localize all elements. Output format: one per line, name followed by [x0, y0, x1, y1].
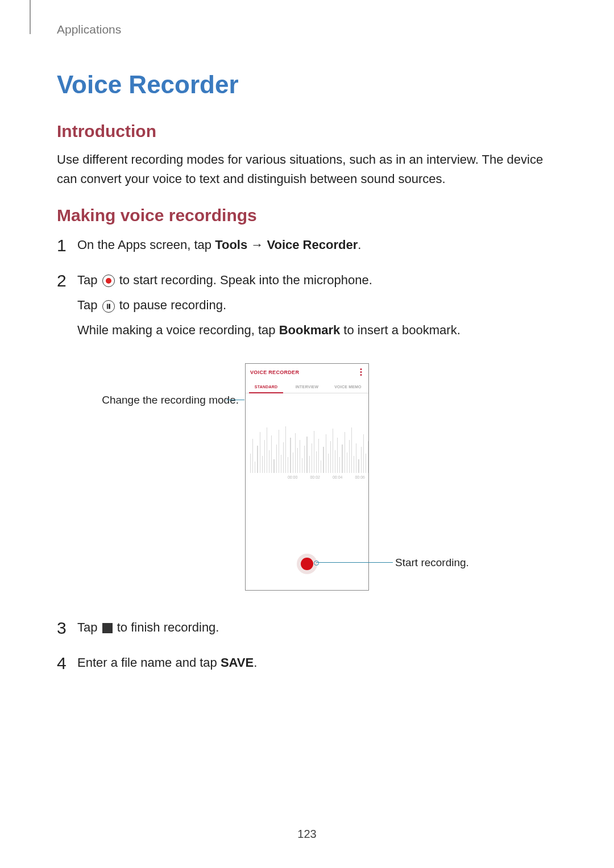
wave-bar [273, 459, 274, 473]
wave-bar [337, 438, 338, 473]
step-2-text-e: While making a voice recording, tap [77, 323, 279, 337]
step-1-bold-voice-recorder: Voice Recorder [267, 238, 358, 252]
wave-bar [269, 450, 269, 473]
wave-bar [276, 445, 277, 473]
wave-bar [312, 443, 312, 473]
record-icon [102, 275, 115, 287]
step-2-text-b: to start recording. Speak into the micro… [116, 273, 372, 287]
wave-bar [347, 452, 347, 473]
time-label: 00:04 [333, 475, 343, 479]
phone-screenshot: VOICE RECORDER STANDARD INTERVIEW VOICE … [245, 363, 369, 591]
wave-bar [255, 462, 255, 473]
wave-bar [318, 439, 319, 473]
step-2: 2 Tap to start recording. Speak into the… [57, 271, 557, 346]
wave-bar [295, 433, 296, 473]
wave-bar [306, 437, 307, 473]
step-3-text-a: Tap [77, 620, 101, 634]
wave-bar [250, 454, 251, 473]
wave-bar [345, 432, 345, 473]
wave-bar [314, 431, 314, 473]
tab-voice-memo[interactable]: VOICE MEMO [327, 381, 368, 393]
step-2-text-d: to pause recording. [116, 298, 226, 312]
more-icon[interactable] [358, 368, 364, 377]
wave-bar [309, 456, 310, 473]
wave-bar [363, 434, 364, 473]
step-4-text-a: Enter a file name and tap [77, 655, 221, 670]
wave-bar [252, 439, 253, 473]
step-2-bold-bookmark: Bookmark [279, 323, 341, 337]
wave-bar [260, 432, 260, 473]
step-4-number: 4 [57, 653, 77, 674]
step-4-text-c: . [254, 655, 257, 670]
waveform [246, 422, 368, 473]
wave-bar [262, 456, 263, 473]
step-2-text-a: Tap [77, 273, 101, 287]
wave-bar [279, 430, 279, 473]
time-label: 00:06 [355, 475, 365, 479]
wave-bar [358, 459, 359, 473]
wave-bar [304, 446, 305, 473]
wave-bar [297, 448, 298, 473]
section-label: Applications [57, 23, 557, 36]
step-1: 1 On the Apps screen, tap Tools → Voice … [57, 235, 557, 260]
stop-icon [102, 623, 113, 633]
wave-bar [354, 456, 354, 473]
wave-bar [271, 435, 272, 473]
step-2-number: 2 [57, 271, 77, 291]
step-2-text-g: to insert a bookmark. [340, 323, 460, 337]
wave-bar [368, 441, 368, 473]
wave-bar [257, 446, 258, 473]
wave-bar [302, 458, 302, 473]
wave-bar [339, 457, 340, 473]
wave-bar [267, 427, 267, 473]
wave-bar [290, 438, 291, 473]
callout-change-mode: Change the recording mode. [102, 394, 239, 406]
step-4: 4 Enter a file name and tap SAVE. [57, 653, 557, 678]
step-1-text-c: → [247, 238, 267, 252]
time-axis: 00:0000:0200:0400:06 [246, 473, 368, 479]
intro-body: Use different recording modes for variou… [57, 150, 557, 189]
tab-interview[interactable]: INTERVIEW [287, 381, 327, 393]
wave-bar [293, 452, 293, 473]
callout-left-line [226, 400, 244, 400]
wave-bar [342, 445, 342, 473]
page-title: Voice Recorder [57, 70, 557, 99]
callout-start-recording: Start recording. [395, 556, 469, 569]
wave-bar [330, 441, 331, 473]
figure: Change the recording mode. VOICE RECORDE… [57, 363, 557, 608]
wave-bar [326, 434, 326, 473]
page-number: 123 [0, 828, 614, 841]
phone-header-title: VOICE RECORDER [250, 369, 299, 375]
wave-bar [316, 451, 317, 473]
step-3-number: 3 [57, 618, 77, 638]
pause-icon [102, 300, 115, 313]
wave-bar [335, 450, 335, 473]
wave-bar [323, 447, 323, 473]
step-1-text-e: . [358, 238, 361, 252]
wave-bar [328, 454, 329, 473]
wave-bar [281, 455, 281, 473]
step-1-bold-tools: Tools [215, 238, 247, 252]
wave-bar [333, 429, 333, 473]
step-3: 3 Tap to finish recording. [57, 618, 557, 643]
wave-bar [351, 427, 352, 473]
heading-making-recordings: Making voice recordings [57, 206, 557, 225]
wave-bar [366, 454, 366, 473]
record-button-dot [301, 558, 313, 570]
time-label: 00:02 [310, 475, 320, 479]
tab-standard[interactable]: STANDARD [246, 381, 287, 393]
step-2-text-c: Tap [77, 298, 101, 312]
wave-bar [349, 440, 350, 473]
step-3-text-b: to finish recording. [114, 620, 219, 634]
wave-bar [283, 442, 284, 473]
wave-bar [356, 443, 356, 473]
wave-bar [321, 460, 321, 473]
time-label: 00:00 [288, 475, 298, 479]
wave-bar [300, 440, 300, 473]
wave-bar [285, 426, 286, 473]
wave-bar [288, 457, 288, 473]
step-1-number: 1 [57, 235, 77, 256]
step-4-bold-save: SAVE [221, 655, 254, 670]
page-margin-mark [30, 0, 31, 34]
callout-right-line [316, 562, 393, 563]
